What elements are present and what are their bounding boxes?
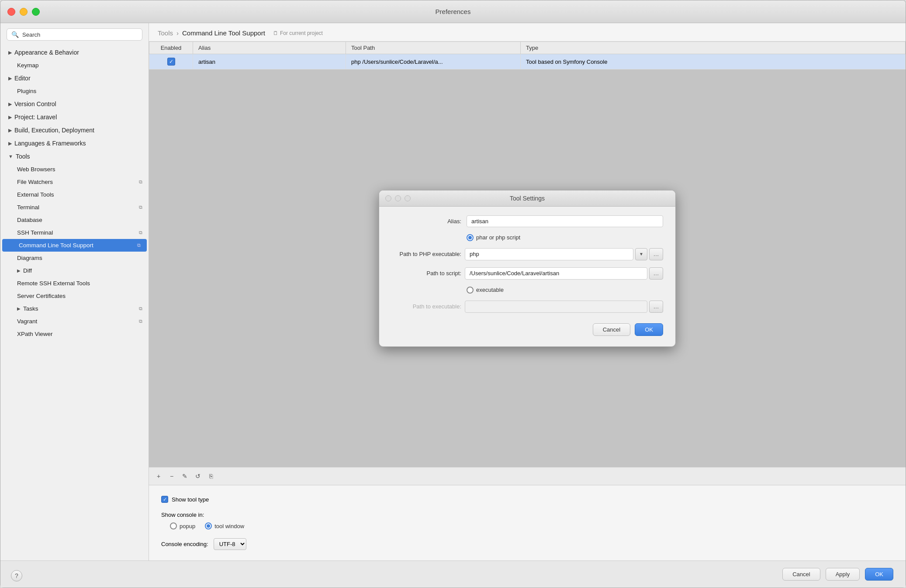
sidebar-item-build-execution[interactable]: ▶ Build, Execution, Deployment [0,124,149,137]
script-path-input-group: … [465,267,663,280]
radio-exec-btn[interactable] [467,287,474,294]
radio-popup-btn[interactable] [170,522,177,529]
sidebar-item-label: SSH Terminal [17,229,53,236]
show-tool-type-checkbox[interactable]: ✓ [161,496,168,503]
sidebar-item-label: Tasks [23,305,38,312]
table-row[interactable]: ✓ artisan php /Users/sunlice/Code/Larave… [149,54,906,69]
exec-path-input-group: … [465,301,663,313]
sidebar-item-appearance-behavior[interactable]: ▶ Appearance & Behavior [0,46,149,59]
copy-icon: ⧉ [137,242,141,248]
col-alias: Alias [193,42,346,54]
sidebar-item-external-tools[interactable]: External Tools [0,188,149,201]
show-tool-type-label: Show tool type [172,496,209,503]
modal-min-btn[interactable] [395,195,401,201]
row-type-cell: Tool based on Symfony Console [521,54,906,69]
script-path-label: Path to script: [391,270,461,277]
modal-ok-button[interactable]: OK [635,323,663,336]
sidebar-item-xpath-viewer[interactable]: XPath Viewer [0,328,149,340]
script-path-browse-btn[interactable]: … [649,267,663,280]
modal-body: Alias: phar or php script [379,207,675,346]
encoding-select[interactable]: UTF-8 [214,538,246,550]
sidebar-item-ssh-terminal[interactable]: SSH Terminal ⧉ [0,226,149,239]
sidebar-item-vagrant[interactable]: Vagrant ⧉ [0,315,149,328]
radio-popup-option[interactable]: popup [170,522,195,529]
help-button[interactable]: ? [11,570,22,581]
radio-tool-window-btn[interactable] [205,522,212,529]
search-icon: 🔍 [11,31,19,38]
edit-tool-button[interactable]: ✎ [179,470,191,482]
script-path-row: Path to script: … [391,267,663,280]
radio-exec-row: executable [391,287,663,294]
sidebar-item-label: Command Line Tool Support [19,242,93,249]
add-tool-button[interactable]: + [152,470,165,482]
sidebar-item-label: Appearance & Behavior [14,49,79,56]
sidebar-item-command-line-tool-support[interactable]: Command Line Tool Support ⧉ [2,239,147,252]
expand-arrow-icon: ▶ [8,50,12,55]
radio-exec-label: executable [476,287,504,293]
show-console-label: Show console in: [161,512,893,518]
modal-close-btn[interactable] [385,195,391,201]
php-path-dropdown-btn[interactable]: ▼ [635,248,647,260]
copy-tool-button[interactable]: ⎘ [205,470,217,482]
sidebar-item-project-laravel[interactable]: ▶ Project: Laravel [0,111,149,124]
copy-icon: ⧉ [139,204,142,210]
sidebar-item-plugins[interactable]: Plugins [0,85,149,97]
col-tool-path: Tool Path [346,42,521,54]
search-input[interactable] [22,31,138,38]
sidebar-item-label: Web Browsers [17,166,55,173]
expand-arrow-icon: ▶ [17,306,21,311]
radio-tool-window-option[interactable]: tool window [205,522,244,529]
sidebar-item-server-certificates[interactable]: Server Certificates [0,290,149,302]
close-button[interactable] [7,8,15,16]
sidebar-item-label: External Tools [17,191,54,198]
sidebar-item-keymap[interactable]: Keymap [0,59,149,72]
exec-path-browse-btn[interactable]: … [649,301,663,313]
right-panel: Tools › Command Line Tool Support 🗒 For … [149,23,906,560]
row-alias-cell: artisan [193,54,346,69]
minimize-button[interactable] [20,8,28,16]
php-path-browse-btn[interactable]: … [649,248,663,260]
search-box[interactable]: 🔍 [7,28,142,41]
expand-arrow-icon: ▶ [8,114,12,120]
modal-title: Tool Settings [510,195,545,202]
breadcrumb-parent[interactable]: Tools [158,29,173,37]
cancel-button[interactable]: Cancel [782,568,820,581]
remove-tool-button[interactable]: − [166,470,178,482]
expand-arrow-icon: ▼ [8,154,13,159]
script-path-input[interactable] [465,267,647,280]
ok-button[interactable]: OK [865,568,893,581]
radio-phar-option[interactable]: phar or php script [467,234,520,241]
php-path-input[interactable] [465,248,633,260]
sidebar-item-remote-ssh[interactable]: Remote SSH External Tools [0,277,149,290]
sidebar-item-tools[interactable]: ▼ Tools [0,150,149,163]
php-path-row: Path to PHP executable: ▼ … [391,248,663,260]
sidebar-item-diff[interactable]: ▶ Diff [0,264,149,277]
enabled-checkbox[interactable]: ✓ [167,58,175,66]
modal-max-btn[interactable] [405,195,411,201]
alias-input[interactable] [467,215,663,227]
maximize-button[interactable] [32,8,40,16]
alias-row: Alias: [391,215,663,227]
sidebar-item-label: Diagrams [17,255,42,261]
sidebar-item-editor[interactable]: ▶ Editor [0,72,149,85]
breadcrumb: Tools › Command Line Tool Support 🗒 For … [149,23,906,42]
sidebar-item-diagrams[interactable]: Diagrams [0,252,149,264]
copy-icon: ⧉ [139,230,142,235]
sidebar-item-version-control[interactable]: ▶ Version Control [0,97,149,111]
sidebar-item-file-watchers[interactable]: File Watchers ⧉ [0,176,149,188]
sidebar-item-database[interactable]: Database [0,214,149,226]
copy-icon: ⧉ [139,306,142,311]
sidebar-item-label: Plugins [17,88,36,94]
modal-cancel-button[interactable]: Cancel [593,323,630,336]
sidebar-item-web-browsers[interactable]: Web Browsers [0,163,149,176]
sidebar-item-tasks[interactable]: ▶ Tasks ⧉ [0,302,149,315]
apply-button[interactable]: Apply [826,568,860,581]
modal-title-bar: Tool Settings [379,190,675,207]
sidebar-item-languages[interactable]: ▶ Languages & Frameworks [0,137,149,150]
sidebar-item-terminal[interactable]: Terminal ⧉ [0,201,149,214]
radio-phar-btn[interactable] [467,234,474,241]
col-enabled: Enabled [149,42,193,54]
sidebar-item-label: Build, Execution, Deployment [14,127,94,134]
radio-exec-option[interactable]: executable [467,287,504,294]
refresh-tool-button[interactable]: ↺ [192,470,204,482]
